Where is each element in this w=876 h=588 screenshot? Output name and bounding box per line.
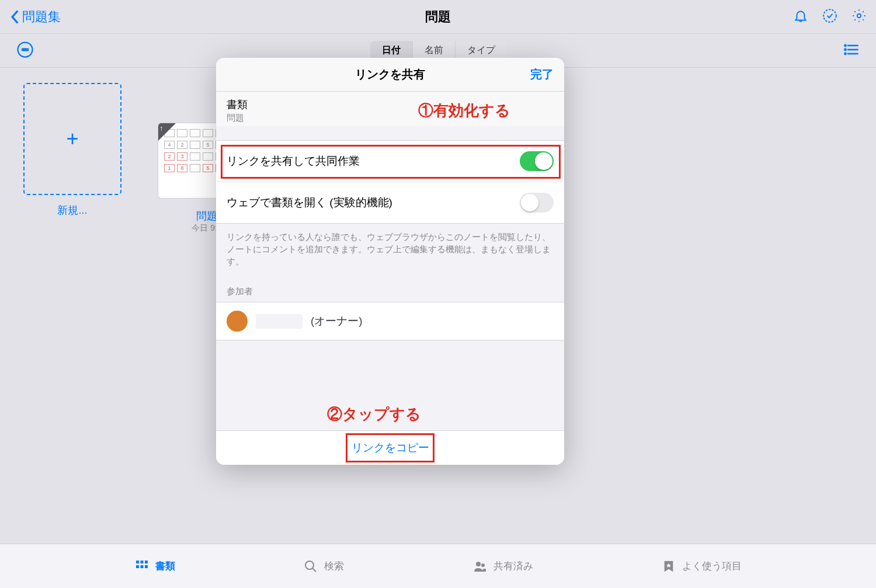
gear-icon[interactable] [851, 8, 867, 26]
document-section-header: 書類 問題 [216, 92, 564, 126]
svg-point-1 [857, 13, 861, 18]
search-icon [303, 559, 318, 574]
svg-point-21 [481, 563, 485, 567]
upload-icon: ↑ [159, 124, 163, 133]
svg-rect-16 [140, 565, 143, 568]
share-collaborate-label: リンクを共有して共同作業 [227, 154, 360, 169]
members-header: 参加者 [216, 274, 564, 302]
section-label: 書類 [227, 98, 554, 112]
modal-title: リンクを共有 [355, 67, 425, 82]
star-bookmark-icon [661, 559, 676, 574]
member-role: (オーナー) [311, 314, 363, 329]
svg-point-20 [476, 562, 481, 566]
tab-search[interactable]: 検索 [303, 559, 344, 574]
member-row-owner[interactable]: (オーナー) [216, 302, 564, 340]
svg-point-0 [823, 9, 836, 22]
svg-point-9 [844, 53, 846, 54]
checkmark-circle-icon[interactable] [822, 8, 837, 26]
open-web-row: ウェブで書類を開く (実験的機能) [216, 182, 564, 223]
back-label: 問題集 [22, 8, 61, 26]
tab-documents-label: 書類 [155, 559, 175, 573]
share-collaborate-switch[interactable] [520, 151, 554, 171]
svg-rect-13 [140, 561, 143, 563]
filter-icon[interactable] [16, 41, 34, 61]
svg-rect-15 [136, 565, 139, 568]
share-options-group: リンクを共有して共同作業 ウェブで書類を開く (実験的機能) [216, 140, 564, 224]
svg-rect-12 [136, 561, 139, 563]
tab-shared-label: 共有済み [493, 559, 533, 573]
modal-header: リンクを共有 完了 [216, 58, 564, 92]
grid-icon [134, 559, 150, 574]
nav-header: 問題集 問題 [0, 0, 876, 34]
svg-point-8 [844, 48, 846, 50]
svg-point-18 [305, 561, 314, 569]
svg-line-19 [312, 568, 316, 572]
tab-bar: 書類 検索 共有済み よく使う項目 [0, 544, 876, 588]
page-title: 問題 [425, 8, 451, 26]
member-name [256, 314, 303, 329]
tab-favorites[interactable]: よく使う項目 [661, 559, 742, 574]
svg-point-7 [844, 44, 846, 46]
share-help-text: リンクを持っている人なら誰でも、ウェブブラウザからこのノートを閲覧したり、ノート… [216, 224, 564, 274]
list-view-icon[interactable] [843, 41, 860, 60]
svg-rect-17 [145, 565, 148, 568]
open-web-label: ウェブで書類を開く (実験的機能) [227, 195, 392, 210]
people-icon [472, 559, 488, 574]
svg-rect-3 [22, 48, 29, 51]
tab-shared[interactable]: 共有済み [472, 559, 533, 574]
section-sublabel: 問題 [227, 113, 554, 124]
tab-search-label: 検索 [324, 559, 344, 573]
plus-icon: + [23, 83, 121, 195]
svg-rect-14 [145, 561, 148, 563]
done-button[interactable]: 完了 [530, 67, 554, 82]
tab-favorites-label: よく使う項目 [682, 559, 742, 573]
copy-link-button[interactable]: リンクをコピー [216, 431, 564, 465]
document-title: 問題 [196, 209, 217, 223]
chevron-left-icon [9, 9, 20, 25]
share-link-modal: リンクを共有 完了 書類 問題 リンクを共有して共同作業 ウェブで書類を開く (… [216, 58, 564, 465]
bell-icon[interactable] [793, 8, 808, 26]
tab-documents[interactable]: 書類 [134, 559, 175, 574]
back-button[interactable]: 問題集 [9, 8, 61, 26]
new-label: 新規... [57, 203, 87, 217]
open-web-switch[interactable] [520, 193, 554, 213]
new-document[interactable]: + 新規... [23, 83, 121, 234]
share-collaborate-row: リンクを共有して共同作業 [216, 141, 564, 182]
avatar [227, 311, 248, 332]
